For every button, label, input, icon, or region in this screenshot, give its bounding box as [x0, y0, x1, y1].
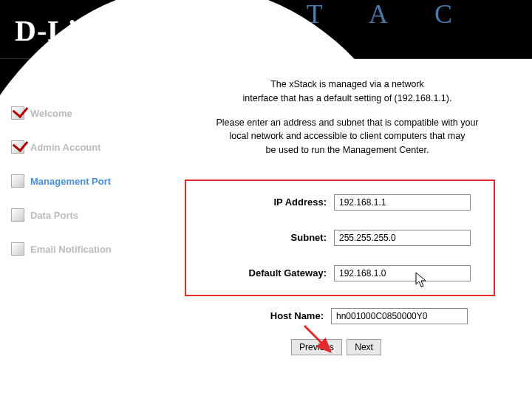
gateway-label: Default Gateway:	[201, 267, 334, 279]
intro-text: The xStack is managed via a network inte…	[185, 78, 510, 157]
checkbox-icon	[11, 242, 24, 256]
previous-button[interactable]: Previous	[291, 339, 342, 355]
sidebar-item-label: Welcome	[30, 108, 72, 119]
checkbox-icon	[11, 208, 24, 222]
wizard-nav: Welcome Admin Account Management Port Da…	[0, 59, 155, 266]
check-icon	[11, 106, 24, 120]
ip-address-row: IP Address:	[201, 194, 479, 211]
subnet-row: Subnet:	[201, 230, 479, 246]
check-icon	[11, 140, 24, 154]
sidebar-item-management-port[interactable]: Management Port	[0, 164, 155, 198]
button-row: Previous Next	[185, 339, 510, 355]
body-area: Welcome Admin Account Management Port Da…	[0, 59, 532, 410]
sidebar-item-admin-account[interactable]: Admin Account	[0, 130, 155, 164]
sidebar-item-data-ports[interactable]: Data Ports	[0, 198, 155, 232]
ip-address-input[interactable]	[334, 194, 471, 211]
ip-address-label: IP Address:	[201, 197, 334, 208]
sidebar-item-label: Email Notification	[30, 244, 112, 255]
subnet-label: Subnet:	[201, 232, 334, 243]
gateway-row: Default Gateway:	[201, 265, 479, 281]
sidebar-item-label: Admin Account	[30, 142, 101, 153]
intro-line: The xStack is managed via a network	[270, 79, 424, 89]
subnet-input[interactable]	[334, 230, 471, 246]
intro-line: be used to run the Management Center.	[266, 145, 429, 155]
sidebar-item-label: Management Port	[30, 176, 111, 187]
intro-line: interface that has a default setting of …	[243, 93, 452, 103]
intro-line: local network and accessible to client c…	[230, 131, 466, 141]
hostname-input[interactable]	[331, 308, 468, 324]
intro-line: Please enter an address and subnet that …	[216, 117, 478, 128]
main-panel: The xStack is managed via a network inte…	[155, 59, 532, 410]
hostname-row: Host Name:	[185, 308, 510, 324]
sidebar-item-label: Data Ports	[30, 210, 78, 221]
sidebar-item-email-notification[interactable]: Email Notification	[0, 232, 155, 266]
network-settings-box: IP Address: Subnet: Default Gateway:	[185, 180, 495, 296]
checkbox-icon	[11, 174, 24, 188]
gateway-input[interactable]	[334, 265, 471, 281]
next-button[interactable]: Next	[347, 339, 381, 355]
sidebar-item-welcome[interactable]: Welcome	[0, 96, 155, 130]
hostname-label: Host Name:	[185, 310, 331, 321]
sidebar: Welcome Admin Account Management Port Da…	[0, 59, 155, 410]
